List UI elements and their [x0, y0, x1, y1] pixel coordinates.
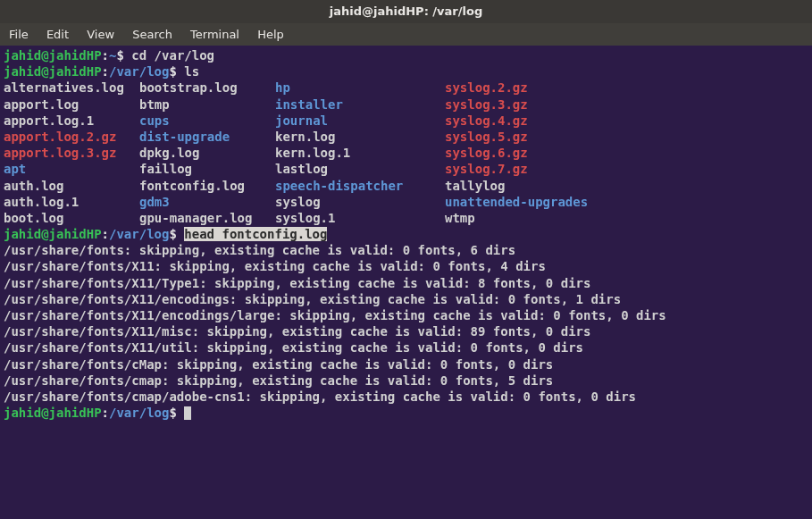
output-line: /usr/share/fonts/X11/misc: skipping, exi…	[4, 323, 808, 339]
ls-entry: hp	[275, 80, 445, 96]
prompt-user-host: jahid@jahidHP	[4, 227, 102, 241]
menu-view[interactable]: View	[80, 25, 121, 44]
ls-entry: kern.log	[275, 129, 445, 145]
cmd-ls: ls	[184, 64, 199, 79]
prompt-line: jahid@jahidHP:/var/log$	[4, 406, 191, 420]
prompt-line: jahid@jahidHP:/var/log$ ls	[4, 64, 199, 79]
prompt-user-host: jahid@jahidHP	[4, 64, 102, 79]
ls-entry: lastlog	[275, 161, 445, 177]
output-line: /usr/share/fonts/X11/encodings: skipping…	[4, 291, 808, 307]
ls-row: apport.log.1cupsjournalsyslog.4.gz	[4, 113, 808, 129]
output-line: /usr/share/fonts/cmap/adobe-cns1: skippi…	[4, 389, 808, 405]
terminal-area[interactable]: jahid@jahidHP:~$ cd /var/log jahid@jahid…	[0, 46, 812, 519]
prompt-user-host: jahid@jahidHP	[4, 406, 102, 420]
ls-entry: tallylog	[445, 178, 505, 194]
menu-edit[interactable]: Edit	[39, 25, 76, 44]
ls-entry: wtmp	[445, 210, 475, 226]
ls-row: boot.loggpu-manager.logsyslog.1wtmp	[4, 210, 808, 226]
ls-row: apport.log.3.gzdpkg.logkern.log.1syslog.…	[4, 145, 808, 161]
ls-entry: syslog.2.gz	[445, 80, 528, 96]
ls-entry: fontconfig.log	[139, 178, 275, 194]
prompt-line: jahid@jahidHP:~$ cd /var/log	[4, 48, 214, 63]
prompt-symbol: $	[169, 227, 176, 241]
output-line: /usr/share/fonts/X11/Type1: skipping, ex…	[4, 275, 808, 291]
ls-entry: speech-dispatcher	[275, 178, 445, 194]
output-line: /usr/share/fonts/X11/encodings/large: sk…	[4, 307, 808, 323]
ls-entry: auth.log	[4, 178, 139, 194]
ls-entry: syslog.7.gz	[445, 161, 528, 177]
ls-entry: btmp	[139, 96, 275, 113]
window-title: jahid@jahidHP: /var/log	[330, 4, 482, 18]
prompt-user-host: jahid@jahidHP	[4, 48, 102, 63]
ls-row: auth.logfontconfig.logspeech-dispatchert…	[4, 178, 808, 194]
ls-entry: faillog	[139, 161, 275, 177]
ls-entry: bootstrap.log	[139, 80, 275, 96]
prompt-path: /var/log	[109, 227, 169, 241]
menu-search[interactable]: Search	[125, 25, 180, 44]
menubar: File Edit View Search Terminal Help	[0, 23, 812, 46]
ls-entry: syslog.1	[275, 210, 445, 226]
ls-entry: apt	[4, 161, 139, 177]
ls-entry: gdm3	[139, 194, 275, 210]
ls-entry: dpkg.log	[139, 145, 275, 161]
cursor-icon	[184, 406, 191, 420]
cmd-cd: cd /var/log	[131, 48, 214, 63]
ls-row: alternatives.logbootstrap.loghpsyslog.2.…	[4, 80, 808, 96]
ls-entry: cups	[139, 113, 275, 129]
ls-entry: apport.log.2.gz	[4, 129, 139, 145]
prompt-path: /var/log	[109, 406, 169, 420]
output-line: /usr/share/fonts/cMap: skipping, existin…	[4, 356, 808, 373]
ls-entry: installer	[275, 96, 445, 113]
output-line: /usr/share/fonts/cmap: skipping, existin…	[4, 373, 808, 389]
output-line: /usr/share/fonts/X11/util: skipping, exi…	[4, 339, 808, 356]
ls-entry: kern.log.1	[275, 145, 445, 161]
ls-entry: boot.log	[4, 210, 139, 226]
ls-row: auth.log.1gdm3syslogunattended-upgrades	[4, 194, 808, 210]
prompt-path: /var/log	[109, 64, 169, 79]
ls-entry: apport.log	[4, 96, 139, 113]
ls-entry: apport.log.3.gz	[4, 145, 139, 161]
output-line: /usr/share/fonts/X11: skipping, existing…	[4, 258, 808, 274]
menu-terminal[interactable]: Terminal	[183, 25, 247, 44]
ls-entry: gpu-manager.log	[139, 210, 275, 226]
ls-entry: dist-upgrade	[139, 129, 275, 145]
ls-output: alternatives.logbootstrap.loghpsyslog.2.…	[4, 80, 808, 226]
ls-row: apport.logbtmpinstallersyslog.3.gz	[4, 96, 808, 113]
menu-file[interactable]: File	[2, 25, 36, 44]
menu-help[interactable]: Help	[250, 25, 291, 44]
ls-row: aptfailloglastlogsyslog.7.gz	[4, 161, 808, 177]
window-titlebar: jahid@jahidHP: /var/log	[0, 0, 812, 23]
head-output: /usr/share/fonts: skipping, existing cac…	[4, 242, 808, 405]
ls-entry: syslog	[275, 194, 445, 210]
ls-entry: unattended-upgrades	[445, 194, 588, 210]
ls-entry: syslog.5.gz	[445, 129, 528, 145]
ls-entry: apport.log.1	[4, 113, 139, 129]
ls-entry: journal	[275, 113, 445, 129]
ls-entry: alternatives.log	[4, 80, 139, 96]
prompt-line: jahid@jahidHP:/var/log$ head fontconfig.…	[4, 227, 327, 241]
ls-entry: syslog.6.gz	[445, 145, 528, 161]
cmd-head: head fontconfig.log	[184, 227, 327, 241]
ls-entry: auth.log.1	[4, 194, 139, 210]
prompt-symbol: $	[169, 64, 176, 79]
ls-row: apport.log.2.gzdist-upgradekern.logsyslo…	[4, 129, 808, 145]
prompt-symbol: $	[169, 406, 176, 420]
ls-entry: syslog.3.gz	[445, 96, 528, 113]
ls-entry: syslog.4.gz	[445, 113, 528, 129]
output-line: /usr/share/fonts: skipping, existing cac…	[4, 242, 808, 258]
prompt-symbol: $	[116, 48, 123, 63]
